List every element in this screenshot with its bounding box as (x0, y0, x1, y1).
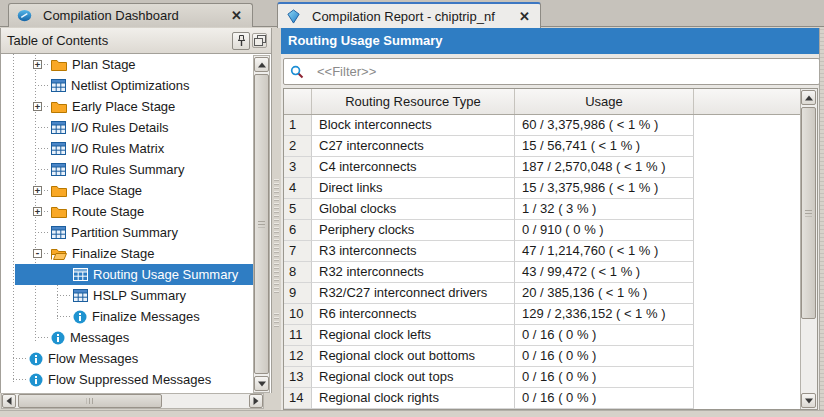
scrollbar-thumb[interactable] (254, 74, 269, 374)
column-header-resource-type[interactable]: Routing Resource Type (312, 89, 515, 114)
row-number-column-header[interactable] (284, 89, 312, 114)
sidebar-item-partition-summary[interactable]: Partition Summary (1, 222, 271, 243)
sidebar-item-finalize-stage[interactable]: - Finalize Stage (1, 243, 271, 264)
cell-spacer (694, 367, 800, 388)
sidebar-item-messages[interactable]: Messages (1, 327, 271, 348)
cell-usage: 0 / 16 ( 0 % ) (515, 367, 694, 388)
sidebar-item-label: HSLP Summary (93, 285, 186, 306)
scroll-up-button[interactable] (254, 57, 269, 72)
close-icon[interactable]: ✕ (229, 8, 244, 23)
table-row[interactable]: 11 Regional clock lefts 0 / 16 ( 0 % ) (284, 325, 800, 346)
table-vertical-scrollbar[interactable] (800, 89, 817, 409)
expander-icon[interactable]: + (33, 186, 42, 195)
dashboard-gauge-icon (17, 9, 32, 22)
report-section-title: Routing Usage Summary (281, 28, 824, 54)
table-row[interactable]: 5 Global clocks 1 / 32 ( 3 % ) (284, 199, 800, 220)
scroll-left-button[interactable] (2, 394, 16, 408)
float-panel-button[interactable] (252, 33, 267, 48)
folder-icon (51, 205, 67, 218)
sidebar-vertical-scrollbar[interactable] (253, 55, 270, 393)
table-row[interactable]: 10 R6 interconnects 129 / 2,336,152 ( < … (284, 304, 800, 325)
scroll-down-button[interactable] (254, 376, 269, 391)
sidebar-item-flow-suppressed-messages[interactable]: Flow Suppressed Messages (1, 369, 271, 390)
sidebar-item-io-rules-summary[interactable]: I/O Rules Summary (1, 159, 271, 180)
row-number: 8 (284, 262, 312, 283)
cell-usage: 1 / 32 ( 3 % ) (515, 199, 694, 220)
sidebar-item-routing-usage-summary[interactable]: Routing Usage Summary (15, 264, 254, 285)
arrow-left-icon (7, 397, 12, 405)
expander-icon[interactable]: - (33, 249, 42, 258)
table-icon (51, 142, 66, 155)
row-number: 13 (284, 367, 312, 388)
folder-open-icon (51, 247, 67, 260)
cell-resource-type: Direct links (312, 178, 515, 199)
arrow-down-icon (805, 398, 813, 403)
scrollbar-thumb[interactable] (18, 394, 162, 408)
table-row[interactable]: 6 Periphery clocks 0 / 910 ( 0 % ) (284, 220, 800, 241)
panel-splitter[interactable] (272, 28, 281, 410)
scroll-down-button[interactable] (801, 393, 816, 408)
table-row[interactable]: 8 R32 interconnects 43 / 99,472 ( < 1 % … (284, 262, 800, 283)
pin-icon (236, 34, 247, 47)
cell-spacer (694, 346, 800, 367)
sidebar-horizontal-scrollbar[interactable] (1, 393, 264, 409)
sidebar-item-plan-stage[interactable]: + Plan Stage (1, 54, 271, 75)
close-icon[interactable]: ✕ (517, 9, 532, 24)
table-row[interactable]: 14 Regional clock rights 0 / 16 ( 0 % ) (284, 388, 800, 409)
info-icon (51, 331, 65, 345)
thumb-grip (258, 221, 265, 228)
table-row[interactable]: 13 Regional clock out tops 0 / 16 ( 0 % … (284, 367, 800, 388)
pin-button[interactable] (232, 32, 250, 50)
tab-compilation-report[interactable]: Compilation Report - chiptrip_nf ✕ (277, 2, 541, 28)
scroll-right-button[interactable] (249, 394, 263, 408)
sidebar-item-io-rules-matrix[interactable]: I/O Rules Matrix (1, 138, 271, 159)
sidebar-item-route-stage[interactable]: + Route Stage (1, 201, 271, 222)
cell-usage: 20 / 385,136 ( < 1 % ) (515, 283, 694, 304)
cell-usage: 0 / 16 ( 0 % ) (515, 325, 694, 346)
expander-icon[interactable]: + (33, 207, 42, 216)
cell-spacer (694, 241, 800, 262)
table-icon (51, 79, 66, 92)
expander-icon[interactable]: + (33, 102, 42, 111)
table-row[interactable]: 4 Direct links 15 / 3,375,986 ( < 1 % ) (284, 178, 800, 199)
info-icon (29, 373, 43, 387)
sidebar-item-hslp-summary[interactable]: HSLP Summary (1, 285, 271, 306)
table-row[interactable]: 12 Regional clock out bottoms 0 / 16 ( 0… (284, 346, 800, 367)
table-row[interactable]: 2 C27 interconnects 15 / 56,741 ( < 1 % … (284, 136, 800, 157)
scroll-up-button[interactable] (801, 90, 816, 105)
scrollbar-thumb[interactable] (801, 107, 816, 319)
table-of-contents-header: Table of Contents (0, 28, 272, 54)
cell-spacer (694, 178, 800, 199)
cell-resource-type: Regional clock out bottoms (312, 346, 515, 367)
cell-spacer (694, 262, 800, 283)
table-row[interactable]: 9 R32/C27 interconnect drivers 20 / 385,… (284, 283, 800, 304)
cell-usage: 0 / 910 ( 0 % ) (515, 220, 694, 241)
sidebar-item-label: Messages (70, 327, 129, 348)
folder-icon (51, 100, 67, 113)
tab-compilation-dashboard[interactable]: Compilation Dashboard ✕ (8, 3, 253, 27)
table-row[interactable]: 1 Block interconnects 60 / 3,375,986 ( <… (284, 115, 800, 136)
cell-spacer (694, 325, 800, 346)
expander-icon[interactable]: + (33, 60, 42, 69)
column-header-spacer (694, 89, 800, 114)
filter-input[interactable] (317, 64, 813, 79)
cell-usage: 129 / 2,336,152 ( < 1 % ) (515, 304, 694, 325)
sidebar-item-flow-messages[interactable]: Flow Messages (1, 348, 271, 369)
row-number: 1 (284, 115, 312, 136)
column-header-usage[interactable]: Usage (515, 89, 694, 114)
sidebar-item-netlist-optimizations[interactable]: Netlist Optimizations (1, 75, 271, 96)
sidebar-item-io-rules-details[interactable]: I/O Rules Details (1, 117, 271, 138)
cell-spacer (694, 115, 800, 136)
sidebar-item-label: Routing Usage Summary (93, 264, 238, 285)
table-row[interactable]: 7 R3 interconnects 47 / 1,214,760 ( < 1 … (284, 241, 800, 262)
sidebar-item-label: Flow Suppressed Messages (48, 369, 211, 390)
window-edge-right (819, 28, 824, 410)
sidebar-item-place-stage[interactable]: + Place Stage (1, 180, 271, 201)
table-row[interactable]: 3 C4 interconnects 187 / 2,570,048 ( < 1… (284, 157, 800, 178)
sidebar-item-early-place-stage[interactable]: + Early Place Stage (1, 96, 271, 117)
tab-bar: Compilation Dashboard ✕ Compilation Repo… (0, 0, 824, 27)
cell-resource-type: R3 interconnects (312, 241, 515, 262)
sidebar-item-finalize-messages[interactable]: Finalize Messages (1, 306, 271, 327)
application-window: Compilation Dashboard ✕ Compilation Repo… (0, 0, 824, 417)
row-number: 11 (284, 325, 312, 346)
